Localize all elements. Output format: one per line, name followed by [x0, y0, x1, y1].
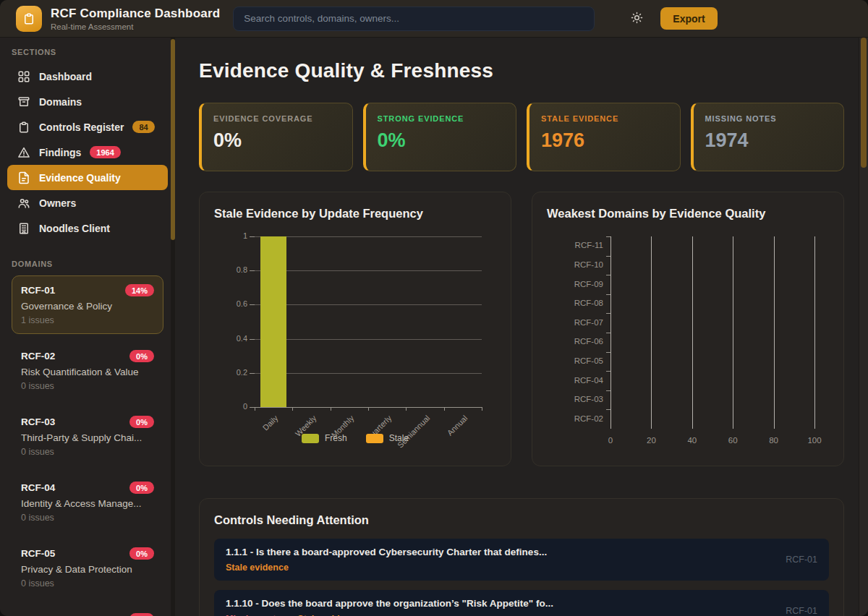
y-tick-label: RCF-03	[550, 395, 603, 403]
domain-name: Risk Quantification & Value	[21, 367, 154, 377]
domain-issues: 0 issues	[21, 513, 154, 523]
y-tick-mark	[606, 371, 610, 372]
domain-item-header: RCF-030%	[21, 416, 154, 428]
app-titles: RCF Compliance Dashboard Real-time Asses…	[51, 7, 220, 31]
y-tick-label: RCF-11	[550, 241, 603, 249]
legend-item-fresh[interactable]: Fresh	[302, 433, 347, 443]
x-tick-label: 40	[679, 436, 705, 445]
legend-label: Stale	[389, 433, 409, 443]
chart-title: Weakest Domains by Evidence Quality	[547, 207, 829, 221]
y-tick-label: RCF-10	[550, 260, 603, 269]
x-tick-mark	[406, 407, 407, 411]
gridline	[774, 236, 775, 429]
y-tick-label: 0.2	[216, 368, 247, 377]
stat-label: STALE EVIDENCE	[541, 114, 668, 123]
legend-item-stale[interactable]: Stale	[366, 433, 409, 443]
plot-area	[255, 236, 482, 407]
y-tick-mark	[606, 352, 610, 353]
x-tick-mark	[482, 407, 482, 411]
sidebar-item-label: Dashboard	[39, 71, 92, 82]
y-axis-line	[610, 236, 611, 429]
domain-issues: 1 issues	[21, 315, 154, 325]
controls-needing-attention-panel: Controls Needing Attention 1.1.1 - Is th…	[199, 498, 844, 616]
attention-row-body: 1.1.1 - Is there a board-approved Cybers…	[226, 547, 547, 573]
count-badge: 1964	[90, 146, 120, 158]
y-tick-label: RCF-02	[550, 414, 603, 423]
stat-card-missing-notes: MISSING NOTES1974	[691, 103, 845, 171]
y-tick-mark	[606, 333, 610, 333]
domain-issues: 0 issues	[21, 381, 154, 391]
x-tick-mark	[292, 407, 293, 411]
window-scrollbar[interactable]	[859, 38, 868, 616]
sections-label: SECTIONS	[12, 48, 175, 56]
gridline	[255, 270, 482, 271]
x-tick-label: 80	[761, 436, 787, 445]
y-tick-label: 0	[216, 402, 247, 411]
sidebar-item-label: Findings	[39, 147, 81, 158]
attention-title: Controls Needing Attention	[214, 513, 829, 527]
attention-row[interactable]: 1.1.1 - Is there a board-approved Cybers…	[214, 539, 829, 581]
domain-item-rcf-03[interactable]: RCF-030%Third-Party & Supply Chai...0 is…	[12, 407, 163, 466]
domain-item-rcf-02[interactable]: RCF-020%Risk Quantification & Value0 iss…	[12, 341, 163, 400]
x-tick-mark	[331, 407, 331, 411]
y-tick-label: RCF-07	[550, 318, 603, 327]
y-tick-label: 1	[216, 231, 247, 240]
sidebar-scrollbar[interactable]	[171, 38, 175, 616]
theme-toggle-button[interactable]	[629, 10, 644, 27]
y-tick-mark	[606, 275, 610, 275]
legend-swatch	[366, 434, 383, 443]
domain-issues: 0 issues	[21, 447, 154, 457]
domain-item-rcf-04[interactable]: RCF-040%Identity & Access Manage...0 iss…	[12, 473, 163, 531]
sidebar-item-controls-register[interactable]: Controls Register84	[7, 114, 168, 140]
warning-icon	[17, 146, 30, 159]
y-tick-label: 0.6	[216, 299, 247, 308]
count-badge: 84	[132, 121, 154, 133]
domain-item-header: RCF-050%	[21, 547, 154, 560]
window-scrollbar-thumb[interactable]	[861, 38, 867, 168]
sidebar-item-owners[interactable]: Owners	[7, 190, 168, 215]
x-tick-label: 0	[597, 436, 624, 445]
export-button[interactable]: Export	[660, 7, 717, 30]
control-title: 1.1.1 - Is there a board-approved Cybers…	[226, 547, 547, 557]
domain-percent-badge: 14%	[125, 284, 154, 296]
app-window: RCF Compliance Dashboard Real-time Asses…	[0, 0, 868, 616]
domain-name: Identity & Access Manage...	[21, 498, 154, 509]
page-title: Evidence Quality & Freshness	[199, 59, 844, 82]
sidebar-item-noodles-client[interactable]: Noodles Client	[7, 215, 168, 241]
weakest-domains-chart: 020406080100RCF-11RCF-10RCF-09RCF-08RCF-…	[547, 226, 829, 447]
search-input[interactable]	[233, 7, 595, 31]
domain-item-rcf-06[interactable]: RCF-060%	[12, 604, 163, 616]
sidebar-scrollbar-thumb[interactable]	[171, 39, 175, 240]
x-tick-label: 60	[720, 436, 746, 445]
y-tick-mark	[250, 339, 255, 340]
attention-row[interactable]: 1.1.10 - Does the board approve the orga…	[214, 590, 829, 616]
x-tick-mark	[255, 407, 255, 411]
sidebar-item-domains[interactable]: Domains	[7, 89, 168, 114]
sections-nav: DashboardDomainsControls Register84Findi…	[0, 64, 175, 241]
domain-name: Third-Party & Supply Chai...	[21, 432, 154, 443]
clipboard-icon	[17, 121, 30, 134]
sidebar-item-dashboard[interactable]: Dashboard	[7, 64, 168, 89]
stat-card-stale-evidence: STALE EVIDENCE1976	[527, 103, 681, 171]
gridline	[255, 373, 482, 374]
domain-item-rcf-05[interactable]: RCF-050%Privacy & Data Protection0 issue…	[12, 539, 163, 597]
main-content: Evidence Quality & Freshness EVIDENCE CO…	[175, 38, 868, 616]
attention-row-body: 1.1.10 - Does the board approve the orga…	[226, 598, 553, 616]
legend-swatch	[302, 434, 319, 443]
chart-panel-weakest-domains: Weakest Domains by Evidence Quality 0204…	[532, 192, 844, 466]
sidebar-item-findings[interactable]: Findings1964	[7, 140, 168, 165]
domain-item-header: RCF-060%	[21, 613, 154, 616]
y-tick-label: 0.4	[216, 334, 247, 343]
y-tick-mark	[606, 236, 610, 237]
y-tick-mark	[606, 390, 610, 391]
dashboard-icon	[17, 70, 30, 83]
x-tick-mark	[444, 407, 445, 411]
stat-card-strong-evidence: STRONG EVIDENCE0%	[363, 103, 517, 171]
domain-code: RCF-03	[21, 416, 55, 427]
sidebar: SECTIONS DashboardDomainsControls Regist…	[0, 38, 175, 616]
sidebar-item-label: Controls Register	[39, 121, 124, 133]
y-tick-label: RCF-06	[550, 337, 603, 346]
gridline	[255, 339, 482, 340]
domain-item-rcf-01[interactable]: RCF-0114%Governance & Policy1 issues	[12, 275, 163, 334]
sidebar-item-evidence-quality[interactable]: Evidence Quality	[7, 165, 168, 190]
